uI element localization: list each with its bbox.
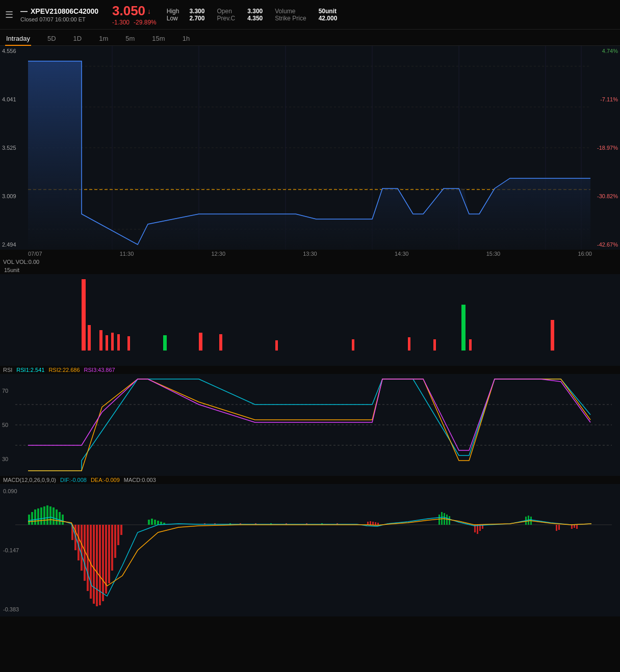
open-label-group: Open Prev.C xyxy=(217,8,235,22)
svg-rect-60 xyxy=(114,525,116,558)
open-value-group: 3.300 4.350 xyxy=(247,8,263,22)
rsi1-label: RSI1:2.541 xyxy=(16,367,44,373)
macd-label-row: MACD(12,0,26,0,9,0) DIF:-0.008 DEA:-0.00… xyxy=(0,476,620,484)
time-label-6: 16:00 xyxy=(578,251,592,257)
time-label-3: 13:30 xyxy=(303,251,317,257)
svg-rect-26 xyxy=(551,320,554,351)
macd-value-label: MACD:0.003 xyxy=(124,477,156,483)
time-label-4: 14:30 xyxy=(395,251,409,257)
svg-rect-98 xyxy=(571,525,573,529)
tab-5d[interactable]: 5D xyxy=(46,32,57,45)
symbol-text: XPEV210806C42000 xyxy=(31,7,98,15)
tab-15m[interactable]: 15m xyxy=(151,32,166,45)
svg-rect-36 xyxy=(34,509,36,525)
svg-rect-40 xyxy=(46,505,48,525)
svg-rect-100 xyxy=(576,525,578,529)
strike-value: 42.000 xyxy=(319,15,338,22)
volume-label-group: Volume Strike Price xyxy=(275,8,306,22)
tab-1d[interactable]: 1D xyxy=(72,32,83,45)
svg-rect-38 xyxy=(40,507,42,525)
svg-rect-54 xyxy=(96,525,98,606)
low-value: 2.700 xyxy=(189,15,204,22)
high-low-values: 3.300 2.700 xyxy=(189,8,204,22)
svg-rect-64 xyxy=(151,519,153,525)
dea-label: DEA:-0.009 xyxy=(91,477,120,483)
svg-rect-97 xyxy=(558,525,560,530)
svg-rect-34 xyxy=(28,515,30,525)
price-change: -1.300 -29.89% xyxy=(112,19,157,26)
svg-rect-80 xyxy=(370,521,371,525)
dif-label: DIF:-0.008 xyxy=(60,477,87,483)
svg-rect-19 xyxy=(127,336,130,351)
tab-5m[interactable]: 5m xyxy=(124,32,136,45)
time-axis: 07/07 11:30 12:30 13:30 14:30 15:30 16:0… xyxy=(0,250,620,258)
tab-bar: Intraday 5D 1D 1m 5m 15m 1h xyxy=(0,30,620,46)
price-change-abs: -1.300 xyxy=(112,19,130,26)
svg-rect-45 xyxy=(62,515,64,525)
svg-rect-99 xyxy=(574,525,575,528)
svg-rect-39 xyxy=(43,506,45,525)
rsi3-label: RSI3:43.867 xyxy=(84,367,115,373)
svg-rect-56 xyxy=(102,525,104,601)
time-label-0: 07/07 xyxy=(28,251,42,257)
svg-rect-15 xyxy=(99,330,102,351)
closed-label: Closed 07/07 16:00:00 ET xyxy=(20,16,102,22)
svg-rect-82 xyxy=(375,522,376,525)
svg-rect-23 xyxy=(352,339,354,351)
symbol-block: — XPEV210806C42000 Closed 07/07 16:00:00… xyxy=(20,7,102,22)
svg-rect-83 xyxy=(377,523,379,525)
rsi-svg xyxy=(0,374,620,476)
svg-rect-81 xyxy=(372,522,374,525)
svg-rect-14 xyxy=(88,325,91,351)
svg-rect-90 xyxy=(477,525,478,534)
volume-value-group: 50unit 42.000 xyxy=(319,8,338,22)
header: ☰ — XPEV210806C42000 Closed 07/07 16:00:… xyxy=(0,0,620,30)
menu-icon[interactable]: ☰ xyxy=(5,9,13,20)
svg-rect-84 xyxy=(438,515,440,525)
volume-svg xyxy=(0,274,620,366)
svg-rect-59 xyxy=(111,525,113,571)
tab-1m[interactable]: 1m xyxy=(98,32,109,45)
svg-rect-37 xyxy=(37,508,39,525)
vol-label-row: VOL VOL:0.00 xyxy=(0,258,620,266)
tab-1h[interactable]: 1h xyxy=(182,32,191,45)
volume-chart xyxy=(0,274,620,366)
rsi-chart: 70 50 30 xyxy=(0,374,620,476)
svg-rect-66 xyxy=(157,521,159,525)
time-label-2: 12:30 xyxy=(211,251,225,257)
svg-rect-55 xyxy=(99,525,101,605)
svg-rect-28 xyxy=(408,337,410,351)
price-block: 3.050 ↓ -1.300 -29.89% xyxy=(112,3,157,26)
current-price: 3.050 ↓ xyxy=(112,3,151,19)
svg-rect-61 xyxy=(117,525,119,545)
minus-icon: — xyxy=(20,7,28,15)
time-label-5: 15:30 xyxy=(486,251,501,257)
high-low-labels: High Low xyxy=(167,8,179,22)
svg-rect-58 xyxy=(108,525,110,583)
prevc-label: Prev.C xyxy=(217,15,235,22)
svg-rect-29 xyxy=(433,339,436,351)
strike-label: Strike Price xyxy=(275,15,306,22)
price-change-pct: -29.89% xyxy=(134,19,157,26)
symbol: — XPEV210806C42000 xyxy=(20,7,102,15)
svg-rect-63 xyxy=(148,520,150,525)
tab-intraday[interactable]: Intraday xyxy=(5,32,31,45)
high-value: 3.300 xyxy=(189,8,204,15)
svg-rect-79 xyxy=(367,522,369,525)
rsi-label-row: RSI RSI1:2.541 RSI2:22.686 RSI3:43.867 xyxy=(0,366,620,374)
rsi2-label: RSI2:22.686 xyxy=(48,367,80,373)
svg-rect-49 xyxy=(81,525,83,571)
volume-label: Volume xyxy=(275,8,306,15)
svg-rect-65 xyxy=(154,520,156,525)
svg-rect-88 xyxy=(449,516,450,525)
vol-label: VOL VOL:0.00 xyxy=(3,259,39,265)
low-label: Low xyxy=(167,15,179,22)
macd-svg xyxy=(0,484,620,616)
volume-value: 50unit xyxy=(319,8,338,15)
svg-rect-18 xyxy=(117,334,120,351)
time-label-1: 11:30 xyxy=(120,251,134,257)
svg-rect-43 xyxy=(56,509,58,525)
rsi-label: RSI xyxy=(3,367,12,373)
svg-rect-44 xyxy=(59,512,61,525)
main-chart-svg xyxy=(0,46,620,250)
